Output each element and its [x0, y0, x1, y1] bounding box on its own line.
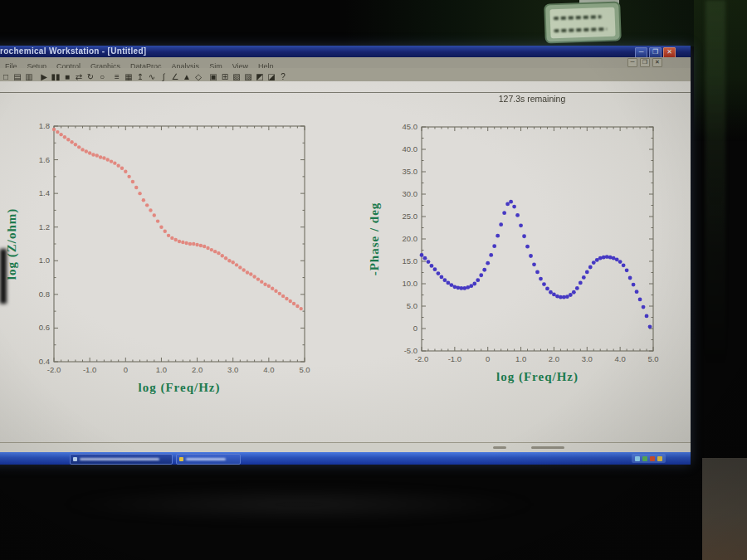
- menu-bar: FileSetupControlGraphicsDataProcAnalysis…: [0, 57, 691, 69]
- axis-ticks: [54, 126, 305, 362]
- svg-text:-1.0: -1.0: [448, 354, 461, 363]
- bezel-reflection: [58, 486, 540, 523]
- handwritten-sticky-note: [544, 1, 622, 43]
- axis-ticks: [422, 127, 653, 351]
- svg-text:3.0: 3.0: [227, 365, 238, 374]
- network-icon[interactable]: [635, 456, 640, 461]
- app-icon: [179, 457, 183, 461]
- svg-text:15.0: 15.0: [403, 256, 418, 265]
- svg-text:-2.0: -2.0: [415, 354, 428, 363]
- monitor-screen: rochemical Workstation - [Untitled] ─ ❐ …: [0, 46, 691, 465]
- time-remaining-label: 127.3s remaining: [474, 94, 590, 104]
- svg-text:-5.0: -5.0: [404, 346, 417, 355]
- svg-text:1.0: 1.0: [39, 256, 50, 265]
- tick-labels: -2.0-1.001.02.03.04.05.01.81.61.41.21.00…: [39, 121, 310, 374]
- svg-text:35.0: 35.0: [403, 167, 418, 176]
- svg-text:30.0: 30.0: [403, 189, 418, 198]
- wall-reflection: [706, 0, 725, 365]
- app-icon: [73, 457, 77, 461]
- photo-artifact: [0, 249, 7, 304]
- svg-text:4.0: 4.0: [263, 365, 274, 374]
- svg-text:0: 0: [486, 354, 490, 363]
- tick-labels: -2.0-1.001.02.03.04.05.045.040.035.030.0…: [403, 122, 659, 363]
- mdi-restore-button[interactable]: ❐: [640, 58, 650, 67]
- volume-icon[interactable]: [642, 456, 647, 461]
- svg-text:-2.0: -2.0: [47, 365, 61, 374]
- svg-text:2.0: 2.0: [549, 354, 559, 363]
- photo-of-monitor: rochemical Workstation - [Untitled] ─ ❐ …: [0, 0, 747, 560]
- panel-divider: [0, 92, 691, 93]
- svg-text:5.0: 5.0: [407, 301, 417, 310]
- y-axis-title: log (Z/ohm): [5, 208, 19, 280]
- task-button-label-blur: [80, 458, 159, 460]
- data-points: [52, 128, 303, 310]
- svg-text:1.2: 1.2: [39, 222, 50, 231]
- task-button-electrochemical-workstation[interactable]: [70, 454, 173, 465]
- svg-text:10.0: 10.0: [403, 279, 418, 288]
- task-button-label-blur: [186, 458, 226, 460]
- graph-panel: 127.3s remaining -2.0-1.001.02.03.04.05.…: [0, 81, 691, 442]
- svg-text:3.0: 3.0: [582, 354, 593, 363]
- toolbar: □▤▥▶▮▮■⇄↻○≡▦↥∿∫∠▲◇▣⊞▧▨◩◪?: [0, 68, 691, 82]
- window-title: rochemical Workstation - [Untitled]: [0, 46, 146, 56]
- svg-text:5.0: 5.0: [647, 354, 658, 363]
- svg-text:45.0: 45.0: [403, 122, 418, 131]
- system-tray: [632, 454, 666, 463]
- svg-text:1.0: 1.0: [156, 365, 167, 374]
- messenger-icon[interactable]: [657, 456, 662, 461]
- sticky-note-paper: [549, 7, 615, 39]
- window-titlebar: rochemical Workstation - [Untitled] ─ ❐ …: [0, 46, 691, 57]
- svg-text:5.0: 5.0: [299, 365, 310, 374]
- svg-text:20.0: 20.0: [403, 234, 418, 243]
- wall-background: [0, 0, 747, 46]
- x-axis-title: log (Freq/Hz): [139, 381, 221, 395]
- svg-text:1.8: 1.8: [39, 121, 50, 130]
- svg-text:0.4: 0.4: [39, 357, 50, 366]
- mdi-minimize-button[interactable]: ─: [627, 58, 637, 67]
- svg-text:40.0: 40.0: [403, 144, 418, 153]
- svg-text:25.0: 25.0: [403, 212, 418, 221]
- svg-text:0: 0: [413, 324, 417, 333]
- y-axis-title: -Phase / deg: [368, 202, 381, 276]
- magnitude-chart-canvas: -2.0-1.001.02.03.04.05.01.81.61.41.21.00…: [4, 116, 321, 421]
- mdi-close-button[interactable]: ✕: [652, 58, 662, 67]
- svg-text:2.0: 2.0: [192, 365, 203, 374]
- phase-chart-canvas: -2.0-1.001.02.03.04.05.045.040.035.030.0…: [372, 117, 670, 411]
- svg-text:0.8: 0.8: [39, 290, 50, 299]
- svg-text:0: 0: [124, 365, 128, 374]
- data-points: [420, 200, 652, 329]
- svg-text:1.4: 1.4: [39, 188, 50, 197]
- security-icon[interactable]: [650, 456, 655, 461]
- mdi-window-controls: ─ ❐ ✕: [627, 58, 662, 67]
- status-text-blur: [493, 446, 506, 449]
- plot-frame: [54, 126, 305, 362]
- svg-text:0.6: 0.6: [39, 323, 50, 332]
- svg-text:-1.0: -1.0: [83, 365, 96, 374]
- status-text-blur: [531, 446, 564, 449]
- svg-text:1.0: 1.0: [515, 354, 526, 363]
- svg-text:4.0: 4.0: [615, 354, 626, 363]
- x-axis-title: log (Freq/Hz): [496, 370, 579, 384]
- taskbar: [0, 452, 691, 465]
- svg-text:1.6: 1.6: [39, 155, 50, 164]
- plot-frame: [422, 127, 653, 351]
- task-button-secondary[interactable]: [176, 454, 241, 465]
- background-furniture: [702, 458, 747, 560]
